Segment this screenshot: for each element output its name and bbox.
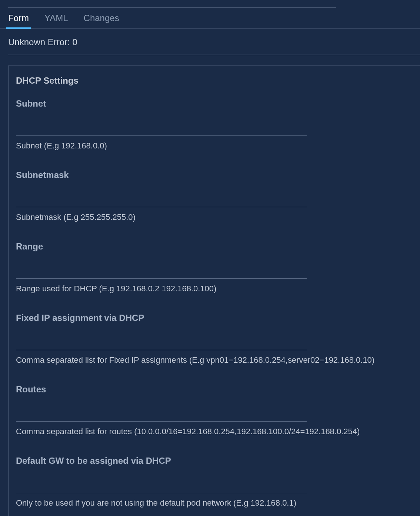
- subnetmask-input[interactable]: [16, 194, 307, 207]
- tab-yaml[interactable]: YAML: [44, 13, 68, 29]
- panel-title: DHCP Settings: [16, 76, 413, 86]
- field-group-routes: Routes Comma separated list for routes (…: [16, 384, 413, 436]
- fixed-ip-input[interactable]: [16, 337, 307, 350]
- range-label: Range: [16, 241, 413, 252]
- routes-help: Comma separated list for routes (10.0.0.…: [16, 427, 413, 436]
- routes-input[interactable]: [16, 409, 307, 422]
- field-group-range: Range Range used for DHCP (E.g 192.168.0…: [16, 241, 413, 294]
- field-group-default-gw: Default GW to be assigned via DHCP Only …: [16, 456, 413, 508]
- default-gw-input[interactable]: [16, 480, 307, 493]
- error-message: Unknown Error: 0: [0, 29, 420, 54]
- fixed-ip-help: Comma separated list for Fixed IP assign…: [16, 355, 413, 365]
- section-divider: [8, 54, 420, 55]
- default-gw-help: Only to be used if you are not using the…: [16, 498, 413, 508]
- routes-label: Routes: [16, 384, 413, 395]
- default-gw-label: Default GW to be assigned via DHCP: [16, 456, 413, 466]
- field-group-fixed-ip: Fixed IP assignment via DHCP Comma separ…: [16, 313, 413, 365]
- tab-form[interactable]: Form: [8, 13, 29, 29]
- subnet-label: Subnet: [16, 98, 413, 109]
- subnet-help: Subnet (E.g 192.168.0.0): [16, 141, 413, 151]
- subnet-input[interactable]: [16, 123, 307, 136]
- tabs-container: Form YAML Changes: [0, 8, 420, 29]
- fixed-ip-label: Fixed IP assignment via DHCP: [16, 313, 413, 323]
- subnetmask-label: Subnetmask: [16, 170, 413, 180]
- field-group-subnet: Subnet Subnet (E.g 192.168.0.0): [16, 98, 413, 151]
- subnetmask-help: Subnetmask (E.g 255.255.255.0): [16, 212, 413, 222]
- range-help: Range used for DHCP (E.g 192.168.0.2 192…: [16, 284, 413, 294]
- dhcp-settings-panel: DHCP Settings Subnet Subnet (E.g 192.168…: [8, 66, 420, 516]
- range-input[interactable]: [16, 266, 307, 279]
- field-group-subnetmask: Subnetmask Subnetmask (E.g 255.255.255.0…: [16, 170, 413, 222]
- tab-changes[interactable]: Changes: [84, 13, 119, 29]
